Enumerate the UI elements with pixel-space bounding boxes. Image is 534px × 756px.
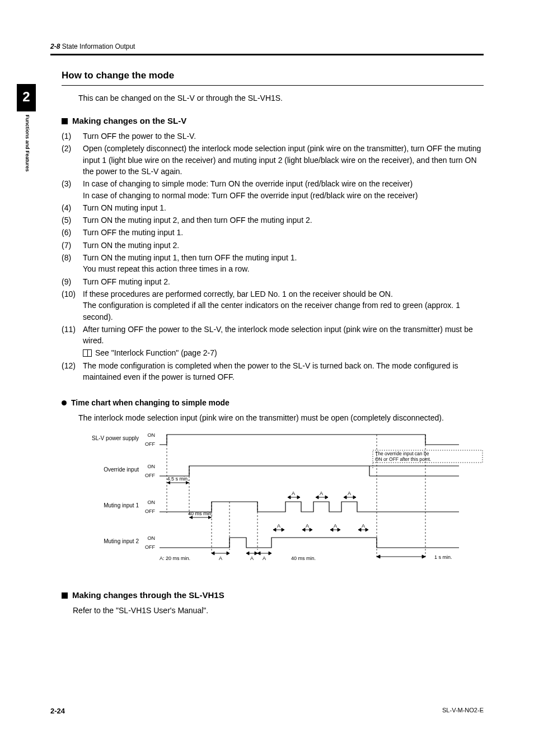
heading-rule: [62, 85, 484, 86]
list-number: (8): [62, 252, 79, 275]
chart-row-label: Muting input 1: [104, 502, 139, 508]
paragraph: Refer to the "SL-VH1S User's Manual".: [73, 605, 484, 616]
list-item: (6)Turn OFF the muting input 1.: [62, 227, 484, 238]
timing-chart: SL-V power supply ON OFF Override input …: [78, 429, 484, 575]
svg-text:A: A: [250, 556, 254, 561]
heading-3: Time chart when changing to simple mode: [71, 397, 229, 408]
svg-text:OFF: OFF: [145, 441, 155, 447]
chapter-tab: 2 Functions and Features: [17, 84, 36, 171]
list-item: (5)Turn ON the muting input 2, and then …: [62, 214, 484, 226]
list-number: (9): [62, 276, 79, 287]
svg-text:OFF: OFF: [145, 544, 155, 550]
square-bullet-icon: [62, 118, 68, 124]
svg-text:40 ms min.: 40 ms min.: [188, 511, 213, 516]
chart-row-label: SL-V power supply: [92, 435, 139, 441]
list-item: (8)Turn ON the muting input 1, then turn…: [62, 252, 484, 275]
section-title: State Information Output: [62, 43, 135, 50]
list-body: The mode configuration is completed when…: [83, 360, 484, 383]
circle-bullet-icon: [62, 400, 67, 405]
page-number: 2-24: [50, 706, 65, 717]
svg-text:A: A: [334, 523, 337, 529]
svg-text:A: 20 ms min.: A: 20 ms min.: [160, 556, 190, 561]
document-id: SL-V-M-NO2-E: [442, 706, 484, 717]
heading-2-row: Making changes on the SL-V: [62, 115, 484, 127]
list-number: (2): [62, 143, 79, 177]
square-bullet-icon: [62, 592, 68, 599]
running-header: 2-8 State Information Output: [50, 42, 484, 52]
list-body: Turn ON the muting input 2, and then tur…: [83, 214, 484, 226]
book-icon: [83, 349, 92, 357]
list-body: Turn OFF the power to the SL-V.: [83, 130, 484, 142]
svg-text:A: A: [362, 523, 365, 529]
svg-text:A: A: [320, 491, 323, 496]
heading-3-row: Time chart when changing to simple mode: [62, 397, 484, 408]
list-number: (1): [62, 130, 79, 142]
page-footer: 2-24 SL-V-M-NO2-E: [50, 706, 484, 717]
svg-text:A: A: [277, 523, 280, 529]
chart-row-label: Override input: [104, 466, 139, 473]
heading-2: Making changes on the SL-V: [72, 115, 186, 127]
list-number: (10): [62, 288, 79, 323]
svg-text:ON: ON: [148, 535, 156, 541]
chapter-number: 2: [17, 84, 36, 111]
heading-2: Making changes through the SL-VH1S: [72, 589, 224, 601]
list-item: (12)The mode configuration is completed …: [62, 360, 484, 383]
svg-text:A: A: [306, 523, 309, 529]
svg-text:ON or OFF after this point.: ON or OFF after this point.: [375, 456, 431, 462]
list-body: Turn ON the muting input 2.: [83, 240, 484, 251]
list-body: After turning OFF the power to the SL-V,…: [83, 324, 484, 359]
list-body: Turn ON the muting input 1, then turn OF…: [83, 252, 484, 275]
procedure-list: (1)Turn OFF the power to the SL-V.(2)Ope…: [62, 130, 484, 382]
intro-paragraph: This can be changed on the SL-V or throu…: [78, 92, 484, 104]
svg-text:A: A: [263, 556, 266, 561]
list-item: (9)Turn OFF muting input 2.: [62, 276, 484, 287]
header-rule: [50, 54, 484, 55]
list-item: (3)In case of changing to simple mode: T…: [62, 178, 484, 201]
svg-text:A: A: [219, 556, 222, 561]
list-item: (7)Turn ON the muting input 2.: [62, 240, 484, 251]
svg-text:A: A: [292, 491, 295, 496]
list-item: (2)Open (completely disconnect) the inte…: [62, 143, 484, 177]
list-body: In case of changing to simple mode: Turn…: [83, 178, 484, 201]
svg-text:1 s min.: 1 s min.: [434, 554, 452, 560]
list-number: (12): [62, 360, 79, 383]
svg-text:OFF: OFF: [145, 473, 155, 478]
chart-row-label: Muting input 2: [104, 538, 139, 544]
heading-1: How to change the mode: [62, 69, 484, 83]
time-chart-intro: The interlock mode selection input (pink…: [78, 412, 484, 423]
svg-text:ON: ON: [148, 464, 156, 469]
section-number: 2-8: [50, 43, 60, 50]
chapter-label: Functions and Features: [24, 115, 31, 172]
svg-text:OFF: OFF: [145, 508, 155, 514]
list-body: Open (completely disconnect) the interlo…: [83, 143, 484, 177]
list-body: If these procedures are performed correc…: [83, 288, 484, 323]
list-body: Turn OFF the muting input 1.: [83, 227, 484, 238]
heading-2-row: Making changes through the SL-VH1S: [62, 589, 484, 601]
list-item: (1)Turn OFF the power to the SL-V.: [62, 130, 484, 142]
list-body: Turn ON muting input 1.: [83, 202, 484, 213]
list-item: (10)If these procedures are performed co…: [62, 288, 484, 323]
list-body: Turn OFF muting input 2.: [83, 276, 484, 287]
list-number: (3): [62, 178, 79, 201]
list-item: (4)Turn ON muting input 1.: [62, 202, 484, 213]
list-number: (6): [62, 227, 79, 238]
svg-text:The override input can be: The override input can be: [375, 451, 429, 456]
list-number: (5): [62, 214, 79, 226]
svg-text:4.5 s min.: 4.5 s min.: [167, 476, 189, 482]
list-number: (4): [62, 202, 79, 213]
svg-text:A: A: [348, 491, 351, 496]
svg-text:ON: ON: [148, 432, 156, 438]
cross-reference: See "Interlock Function" (page 2-7): [83, 347, 484, 358]
list-number: (7): [62, 240, 79, 251]
list-item: (11)After turning OFF the power to the S…: [62, 324, 484, 359]
svg-text:ON: ON: [148, 500, 156, 505]
svg-text:40 ms min.: 40 ms min.: [291, 556, 316, 561]
list-number: (11): [62, 324, 79, 359]
